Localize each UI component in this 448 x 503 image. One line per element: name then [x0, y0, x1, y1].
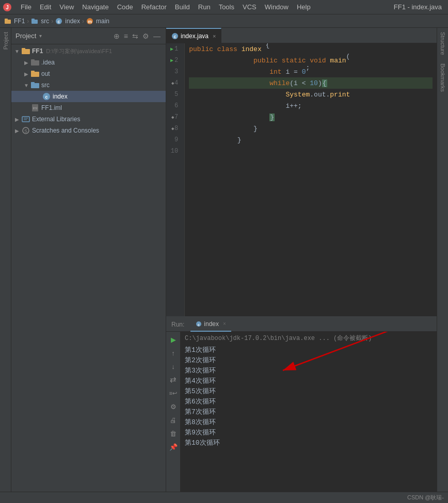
panel-tool-close[interactable]: —: [152, 31, 162, 41]
panel-tool-settings[interactable]: ⚙: [141, 31, 150, 41]
tree-arrow-iml: [23, 104, 30, 111]
tree-label-index: index: [53, 93, 68, 100]
code-content[interactable]: public class index { public static void …: [185, 43, 437, 316]
panel-tool-collapse[interactable]: ≡: [123, 31, 129, 41]
tree-item-ff1[interactable]: ▼ FF1 D:\学习案例\java\idea\FF1: [11, 45, 166, 57]
print-button[interactable]: 🖨: [168, 414, 179, 426]
bookmark-8-icon: ◆: [171, 126, 174, 132]
kw-int: int: [269, 68, 281, 76]
run-output-line-8: 第8次循环: [185, 417, 433, 427]
gutter-line-6: 6: [170, 100, 180, 111]
run-output-line-9: 第9次循环: [185, 427, 433, 437]
breadcrumb: FF1 › src › c index › m main: [0, 14, 448, 28]
cn-index: index: [242, 45, 262, 53]
run-tab-icon: c: [196, 321, 202, 327]
svg-rect-13: [31, 59, 35, 61]
play-icon: ▶: [171, 336, 176, 344]
menu-build[interactable]: Build: [171, 2, 194, 12]
menu-help[interactable]: Help: [293, 2, 315, 12]
tree-item-idea[interactable]: ▶ .idea: [11, 57, 166, 68]
breadcrumb-main-label: main: [96, 18, 109, 25]
code-line-9: }: [189, 134, 433, 145]
code-editor[interactable]: ▶ 1 ▶ 2 3 ◆ 4 5: [166, 43, 437, 316]
panel-tool-locate[interactable]: ⊕: [113, 31, 121, 41]
breadcrumb-ff1[interactable]: FF1: [4, 18, 25, 25]
tree-item-ff1-iml[interactable]: iml FF1.iml: [11, 102, 166, 113]
tree-item-extlib[interactable]: ▶ External Libraries: [11, 113, 166, 125]
scroll-up-button[interactable]: ↑: [168, 347, 179, 359]
breadcrumb-main[interactable]: m main: [86, 18, 109, 25]
menu-refactor[interactable]: Refactor: [137, 2, 171, 12]
svg-text:c: c: [45, 94, 47, 100]
tree-arrow-src: ▼: [23, 82, 30, 89]
tree-arrow-out: ▶: [23, 70, 30, 77]
editor-area: c index.java × ▶ 1 ▶ 2: [166, 28, 437, 316]
menu-code[interactable]: Code: [113, 2, 137, 12]
bottom-tab-close-icon[interactable]: ×: [223, 321, 226, 327]
gutter-line-1: ▶ 1: [170, 43, 180, 55]
bottom-tab-index[interactable]: c index ×: [190, 317, 231, 332]
menu-tools[interactable]: Tools: [215, 2, 238, 12]
gutter-line-3: 3: [170, 66, 180, 77]
run-output-line-2: 第2次循环: [185, 355, 433, 365]
breadcrumb-src[interactable]: src: [31, 18, 49, 25]
tab-close-index-java[interactable]: ×: [213, 33, 216, 39]
run-output-line-6: 第6次循环: [185, 396, 433, 407]
kw-while: while: [269, 79, 290, 87]
project-tree: ▼ FF1 D:\学习案例\java\idea\FF1 ▶: [11, 44, 166, 492]
wrap-button[interactable]: ≡↩: [168, 387, 179, 399]
svg-text:J: J: [6, 5, 9, 10]
tree-arrow-scratch: ▶: [13, 127, 21, 134]
tree-label-src: src: [41, 82, 50, 89]
extlib-icon: [22, 115, 30, 123]
right-sidebar-strip: Structure Bookmarks: [437, 28, 448, 492]
tree-item-src[interactable]: ▼ src: [11, 79, 166, 91]
menu-window[interactable]: Window: [261, 2, 293, 12]
svg-rect-11: [22, 48, 25, 50]
panel-tool-expand[interactable]: ⇆: [131, 31, 139, 41]
settings-icon: ⚙: [170, 403, 177, 411]
run-output-lines: 第1次循环 第2次循环 第3次循环 第4次循环 第5次循环: [185, 345, 433, 448]
tree-item-index[interactable]: c index: [11, 91, 166, 102]
fn-main: main: [330, 57, 346, 64]
svg-text:iml: iml: [33, 106, 38, 110]
breadcrumb-index[interactable]: c index: [55, 18, 80, 25]
pin-button[interactable]: 📌: [168, 441, 179, 452]
bottom-tab-bar: Run: c index ×: [166, 317, 437, 332]
editor-tab-index-java[interactable]: c index.java ×: [166, 28, 221, 43]
rerun-button[interactable]: ⇄: [168, 374, 179, 385]
run-line-2-icon[interactable]: ▶: [170, 57, 173, 63]
main-area: Project Project ▾ ⊕ ≡ ⇆ ⚙ — ▼: [0, 28, 448, 492]
gutter-line-10: 10: [170, 145, 180, 157]
sidebar-tab-structure[interactable]: Structure: [439, 28, 447, 59]
menu-edit[interactable]: Edit: [36, 2, 55, 12]
sidebar-tab-bookmarks[interactable]: Bookmarks: [439, 59, 447, 96]
run-output-line-10: 第10次循环: [185, 437, 433, 448]
run-output-header: C:\javabook\jdk-17.0.2\bin\java.exe ... …: [185, 334, 433, 343]
run-play-button[interactable]: ▶: [168, 334, 179, 345]
menu-navigate[interactable]: Navigate: [78, 2, 113, 12]
wrap-icon: ≡↩: [169, 390, 177, 397]
folder-icon-idea: [31, 58, 39, 67]
kw-void-2: void: [310, 57, 326, 64]
breadcrumb-sep-2: ›: [51, 18, 53, 25]
svg-rect-15: [31, 71, 35, 73]
menu-file[interactable]: File: [17, 2, 36, 12]
line-num-2: 2: [174, 57, 178, 64]
menu-vcs[interactable]: VCS: [238, 2, 261, 12]
sidebar-tab-project[interactable]: Project: [2, 28, 10, 54]
menu-view[interactable]: View: [55, 2, 78, 12]
clear-button[interactable]: 🗑: [168, 428, 179, 439]
settings-button[interactable]: ⚙: [168, 401, 179, 412]
app-logo: J: [2, 2, 12, 12]
run-output-panel[interactable]: C:\javabook\jdk-17.0.2\bin\java.exe ... …: [181, 332, 437, 492]
scroll-down-button[interactable]: ↓: [168, 361, 179, 372]
tree-item-out[interactable]: ▶ out: [11, 68, 166, 79]
menu-run[interactable]: Run: [194, 2, 215, 12]
tree-item-scratch[interactable]: ▶ S Scratches and Consoles: [11, 125, 166, 136]
menu-bar: J File Edit View Navigate Code Refactor …: [0, 0, 448, 14]
tree-label-ff1-iml: FF1.iml: [41, 104, 62, 111]
svg-rect-3: [5, 19, 8, 21]
run-line-1-icon[interactable]: ▶: [170, 46, 173, 52]
project-panel-dropdown-icon[interactable]: ▾: [39, 33, 42, 39]
